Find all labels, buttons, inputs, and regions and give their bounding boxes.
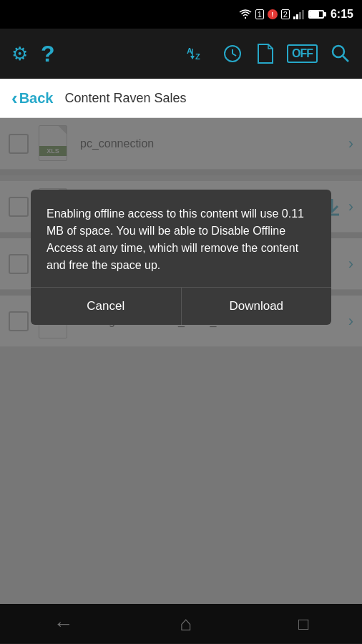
svg-line-12: [343, 56, 348, 62]
status-icons: 1 ! 2 6:15: [239, 8, 353, 21]
status-time: 6:15: [331, 8, 353, 21]
wifi-icon: [239, 9, 252, 19]
battery-icon: [308, 10, 324, 19]
back-label: Back: [19, 90, 54, 107]
svg-text:Z: Z: [195, 52, 200, 61]
download-button[interactable]: Download: [182, 288, 332, 325]
svg-marker-6: [190, 56, 195, 59]
settings-icon[interactable]: ⚙: [11, 43, 28, 65]
toolbar: ⚙ ? A Z OFF: [0, 29, 362, 79]
header: ‹ Back Content Raven Sales: [0, 79, 362, 118]
status-bar: 1 ! 2 6:15: [0, 0, 362, 29]
sort-icon[interactable]: A Z: [187, 44, 210, 64]
sim1-icon: 1: [255, 9, 264, 19]
svg-rect-3: [302, 10, 304, 19]
cancel-button[interactable]: Cancel: [31, 288, 182, 325]
alert-badge: !: [268, 9, 278, 19]
file-icon[interactable]: [255, 43, 274, 64]
page-title: Content Raven Sales: [64, 91, 186, 106]
sim2-icon: 2: [281, 9, 290, 19]
back-button[interactable]: ‹ Back: [11, 87, 53, 109]
offline-toggle[interactable]: OFF: [287, 44, 318, 63]
dialog-buttons: Cancel Download: [31, 287, 331, 325]
content-area: XLS pc_connection › Enabling offline acc…: [0, 118, 362, 643]
svg-text:A: A: [187, 47, 192, 55]
svg-rect-0: [293, 16, 295, 19]
toolbar-left: ⚙ ?: [11, 41, 55, 67]
svg-point-11: [333, 46, 344, 57]
back-chevron-icon: ‹: [11, 87, 18, 109]
dialog-message: Enabling offline access to this content …: [31, 190, 331, 287]
history-icon[interactable]: [222, 44, 243, 64]
help-icon[interactable]: ?: [41, 41, 55, 67]
dialog: Enabling offline access to this content …: [31, 190, 331, 325]
dialog-overlay: Enabling offline access to this content …: [0, 118, 362, 643]
svg-rect-1: [296, 14, 298, 19]
svg-rect-2: [299, 12, 301, 19]
toolbar-right: A Z OFF: [187, 43, 351, 64]
svg-line-10: [233, 54, 236, 56]
signal-icon: [293, 9, 305, 19]
search-icon[interactable]: [331, 44, 351, 64]
